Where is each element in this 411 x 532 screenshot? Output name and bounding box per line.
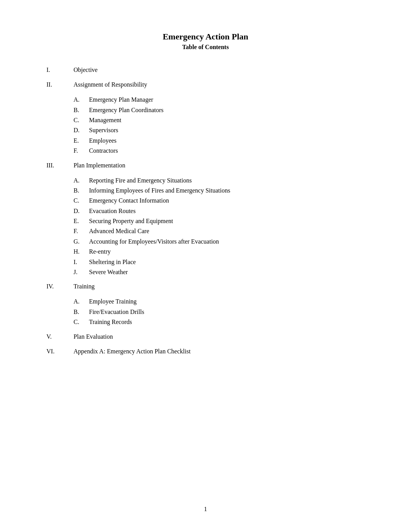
sub-label: Training Records [89,317,132,327]
sub-letter: B. [74,105,89,115]
sub-letter: D. [74,206,89,216]
sub-letter: G. [74,237,89,247]
roman-numeral: I. [46,65,74,75]
sub-label: Sheltering in Place [89,257,136,267]
sub-label: Emergency Plan Manager [89,95,153,105]
sub-label: Emergency Plan Coordinators [89,105,164,115]
toc-section-6: VI.Appendix A: Emergency Action Plan Che… [46,347,365,356]
sub-letter: A. [74,176,89,186]
section-label: Appendix A: Emergency Action Plan Checkl… [74,347,190,356]
toc-sub-item: J.Severe Weather [74,267,365,277]
sub-label: Reporting Fire and Emergency Situations [89,176,192,186]
roman-numeral: V. [46,332,74,341]
toc-item: IV.Training [46,282,365,291]
sub-letter: E. [74,136,89,146]
sub-letter: F. [74,226,89,236]
toc-subsection: A.Reporting Fire and Emergency Situation… [74,176,365,278]
sub-label: Severe Weather [89,267,128,277]
section-label: Plan Implementation [74,161,125,170]
toc-section-2: II.Assignment of ResponsibilityA.Emergen… [46,80,365,156]
toc-sub-item: C.Emergency Contact Information [74,196,365,206]
sub-letter: A. [74,95,89,105]
page: Emergency Action Plan Table of Contents … [0,0,411,532]
toc-subsection: A.Employee TrainingB.Fire/Evacuation Dri… [74,297,365,327]
toc-item: V.Plan Evaluation [46,332,365,341]
section-label: Objective [74,65,98,75]
sub-label: Informing Employees of Fires and Emergen… [89,186,230,196]
page-header: Emergency Action Plan Table of Contents [46,31,365,51]
toc-subsection: A.Emergency Plan ManagerB.Emergency Plan… [74,95,365,156]
sub-label: Emergency Contact Information [89,196,169,206]
toc-section-3: III.Plan ImplementationA.Reporting Fire … [46,161,365,278]
toc-sub-item: B.Fire/Evacuation Drills [74,307,365,317]
sub-letter: C. [74,115,89,125]
sub-label: Employees [89,136,116,146]
sub-label: Accounting for Employees/Visitors after … [89,237,219,247]
sub-letter: C. [74,317,89,327]
sub-letter: H. [74,247,89,257]
toc-sub-item: A.Employee Training [74,297,365,307]
toc-section-4: IV.TrainingA.Employee TrainingB.Fire/Eva… [46,282,365,327]
toc-item: III.Plan Implementation [46,161,365,170]
roman-numeral: II. [46,80,74,89]
sub-label: Supervisors [89,125,118,135]
toc-section-1: I.Objective [46,65,365,75]
sub-letter: D. [74,125,89,135]
toc-sub-item: A.Reporting Fire and Emergency Situation… [74,176,365,186]
toc-sub-item: I.Sheltering in Place [74,257,365,267]
toc-sub-item: B.Informing Employees of Fires and Emerg… [74,186,365,196]
sub-letter: C. [74,196,89,206]
page-number: 1 [0,506,411,513]
sub-label: Contractors [89,146,118,156]
sub-letter: B. [74,307,89,317]
toc-section-5: V.Plan Evaluation [46,332,365,341]
sub-label: Evacuation Routes [89,206,135,216]
sub-label: Employee Training [89,297,137,307]
sub-letter: B. [74,186,89,196]
roman-numeral: IV. [46,282,74,291]
section-label: Plan Evaluation [74,332,113,341]
table-of-contents: I.ObjectiveII.Assignment of Responsibili… [46,65,365,356]
sub-label: Management [89,115,122,125]
toc-sub-item: G.Accounting for Employees/Visitors afte… [74,237,365,247]
toc-sub-item: A.Emergency Plan Manager [74,95,365,105]
section-label: Assignment of Responsibility [74,80,147,89]
toc-sub-item: C.Management [74,115,365,125]
toc-item: VI.Appendix A: Emergency Action Plan Che… [46,347,365,356]
toc-sub-item: H.Re-entry [74,247,365,257]
toc-item: I.Objective [46,65,365,75]
sub-label: Fire/Evacuation Drills [89,307,144,317]
sub-letter: E. [74,216,89,226]
toc-sub-item: F.Advanced Medical Care [74,226,365,236]
roman-numeral: VI. [46,347,74,356]
roman-numeral: III. [46,161,74,170]
sub-label: Securing Property and Equipment [89,216,173,226]
sub-letter: F. [74,146,89,156]
toc-sub-item: E.Securing Property and Equipment [74,216,365,226]
main-title: Emergency Action Plan [46,31,365,43]
toc-sub-item: D.Evacuation Routes [74,206,365,216]
toc-sub-item: B.Emergency Plan Coordinators [74,105,365,115]
sub-label: Re-entry [89,247,111,257]
toc-sub-item: C.Training Records [74,317,365,327]
toc-sub-item: F.Contractors [74,146,365,156]
toc-sub-item: E.Employees [74,136,365,146]
sub-label: Advanced Medical Care [89,226,149,236]
section-label: Training [74,282,95,291]
sub-letter: A. [74,297,89,307]
toc-sub-item: D.Supervisors [74,125,365,135]
sub-letter: I. [74,257,89,267]
subtitle: Table of Contents [46,43,365,51]
sub-letter: J. [74,267,89,277]
toc-item: II.Assignment of Responsibility [46,80,365,89]
